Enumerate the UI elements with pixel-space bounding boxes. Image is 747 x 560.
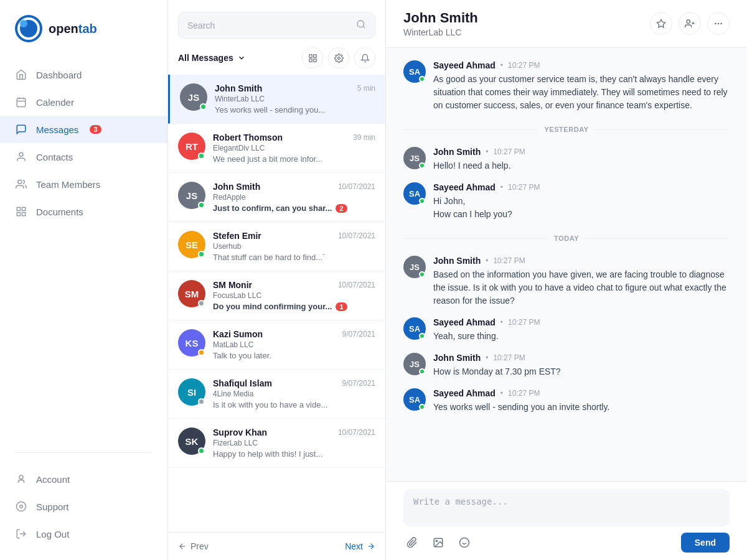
message-top: Suprov Khan 10/07/2021 — [213, 427, 375, 437]
sidebar-item-account[interactable]: Account — [0, 465, 167, 493]
message-input[interactable] — [413, 497, 720, 516]
message-preview: Do you mind confirming your... 1 — [213, 302, 375, 311]
chat-message-text: Yes works well - sending you an invite s… — [433, 401, 609, 414]
add-user-button[interactable] — [679, 12, 701, 35]
chat-header-actions — [650, 12, 730, 35]
message-list-item[interactable]: KS Kazi Sumon 9/07/2021 MatLab LLC Talk … — [168, 320, 385, 370]
arrow-right-icon — [367, 542, 375, 551]
next-button[interactable]: Next — [345, 541, 375, 551]
svg-point-10 — [19, 475, 23, 479]
settings-icon-btn[interactable] — [328, 47, 349, 68]
svg-point-20 — [337, 57, 340, 59]
sidebar-item-label: Documents — [36, 207, 83, 217]
message-preview: We need just a bit more infor... — [213, 154, 375, 164]
message-preview: Just to confirm, can you shar... 2 — [213, 203, 375, 213]
sidebar-item-label: Contacts — [36, 152, 73, 162]
attachment-button[interactable] — [403, 534, 421, 551]
chat-message-body: John Smith • 10:27 PM Based on the infor… — [433, 256, 730, 307]
message-list-item[interactable]: JS John Smith 5 min WinterLab LLC Yes wo… — [168, 75, 385, 124]
message-panel-footer: Prev Next — [168, 532, 385, 560]
star-button[interactable] — [650, 12, 672, 35]
sidebar-bottom: Account Support Log Out — [0, 459, 167, 560]
notification-icon-btn[interactable] — [354, 47, 375, 68]
message-content: John Smith 10/07/2021 RedApple Just to c… — [213, 182, 375, 213]
unread-badge: 1 — [336, 302, 347, 311]
search-bar[interactable] — [178, 12, 375, 39]
chat-message-time: 10:27 PM — [508, 318, 540, 327]
chat-messages: SA Sayeed Ahmad • 10:27 PM As good as yo… — [386, 48, 747, 481]
star-icon — [656, 19, 666, 29]
status-dot — [419, 198, 425, 204]
avatar-wrap: SE — [178, 231, 205, 258]
day-divider: YESTERDAY — [403, 126, 730, 133]
sidebar-item-logout[interactable]: Log Out — [0, 520, 167, 548]
message-panel: All Messages JS — [168, 0, 386, 560]
gear-icon — [334, 54, 344, 63]
sidebar-item-support[interactable]: Support — [0, 493, 167, 520]
message-content: John Smith 5 min WinterLab LLC Yes works… — [215, 83, 375, 114]
svg-point-24 — [687, 20, 690, 23]
emoji-button[interactable] — [456, 534, 473, 551]
chat-avatar: SA — [403, 317, 426, 340]
sidebar-item-messages[interactable]: Messages 3 — [0, 116, 167, 143]
message-list-item[interactable]: RT Robert Thomson 39 min ElegantDiv LLC … — [168, 124, 385, 173]
logo-text: opentab — [49, 22, 97, 36]
message-sender: Suprov Khan — [213, 427, 267, 437]
prev-button[interactable]: Prev — [178, 541, 209, 551]
status-dot — [198, 300, 205, 307]
message-top: Stefen Emir 10/07/2021 — [213, 231, 375, 241]
logo-accent: tab — [78, 22, 97, 35]
chat-message-time: 10:27 PM — [493, 147, 525, 156]
image-button[interactable] — [430, 534, 447, 551]
status-dot — [200, 103, 207, 110]
chat-input-wrap[interactable] — [403, 489, 730, 526]
svg-rect-17 — [313, 54, 316, 57]
logo-icon — [15, 15, 42, 42]
svg-point-28 — [718, 23, 720, 25]
layout-icon-btn[interactable] — [302, 47, 323, 68]
chat-panel: John Smith WinterLab LLC SA Saye — [386, 0, 747, 560]
message-top: Robert Thomson 39 min — [213, 133, 375, 142]
filter-dropdown[interactable]: All Messages — [178, 53, 246, 63]
message-sender: John Smith — [213, 182, 260, 192]
chat-message-sender: Sayeed Ahmad — [433, 182, 496, 192]
bell-icon — [360, 54, 370, 63]
chat-input-area: Send — [386, 481, 747, 560]
message-company: ElegantDiv LLC — [213, 144, 375, 152]
chat-toolbar: Send — [403, 533, 730, 553]
message-preview: Yes works well - sending you... — [215, 105, 375, 114]
message-list-item[interactable]: SK Suprov Khan 10/07/2021 FizerLab LLC H… — [168, 419, 385, 468]
message-list-item[interactable]: SE Stefen Emir 10/07/2021 Userhub That s… — [168, 222, 385, 271]
send-button[interactable]: Send — [681, 533, 730, 553]
status-dot — [419, 404, 425, 410]
chat-message-meta: Sayeed Ahmad • 10:27 PM — [433, 388, 609, 398]
sidebar-item-documents[interactable]: Documents — [0, 198, 167, 225]
message-preview: That stuff can be hard to find...` — [213, 253, 375, 262]
message-list-item[interactable]: JS John Smith 10/07/2021 RedApple Just t… — [168, 173, 385, 222]
search-input[interactable] — [187, 21, 351, 30]
message-company: Userhub — [213, 242, 375, 251]
logo: opentab — [0, 0, 167, 55]
sidebar-item-calender[interactable]: Calender — [0, 88, 167, 116]
sidebar-item-team-members[interactable]: Team Members — [0, 170, 167, 198]
message-company: WinterLab LLC — [215, 95, 375, 103]
status-dot — [419, 162, 425, 169]
message-list-item[interactable]: SM SM Monir 10/07/2021 FocusLab LLC Do y… — [168, 271, 385, 320]
status-dot — [198, 447, 205, 454]
message-time: 10/07/2021 — [338, 281, 375, 289]
sidebar-item-label: Messages — [36, 124, 78, 135]
chat-message-meta: Sayeed Ahmad • 10:27 PM — [433, 60, 730, 70]
chat-message-text: Hi John,How can I help you? — [433, 195, 540, 221]
status-dot — [198, 349, 205, 356]
sidebar-item-dashboard[interactable]: Dashboard — [0, 61, 167, 88]
chat-message-text: Based on the information you have given,… — [433, 268, 730, 307]
filter-bar: All Messages — [178, 47, 375, 68]
message-list-item[interactable]: SI Shafiqul Islam 9/07/2021 4Line Media … — [168, 370, 385, 419]
chat-message-sender: Sayeed Ahmad — [433, 317, 496, 327]
chat-toolbar-left — [403, 534, 473, 551]
chat-message-time: 10:27 PM — [508, 183, 540, 192]
chat-message: SA Sayeed Ahmad • 10:27 PM Yes works wel… — [403, 388, 730, 414]
sidebar-item-contacts[interactable]: Contacts — [0, 143, 167, 170]
more-options-button[interactable] — [707, 12, 730, 35]
chat-avatar: JS — [403, 256, 426, 278]
